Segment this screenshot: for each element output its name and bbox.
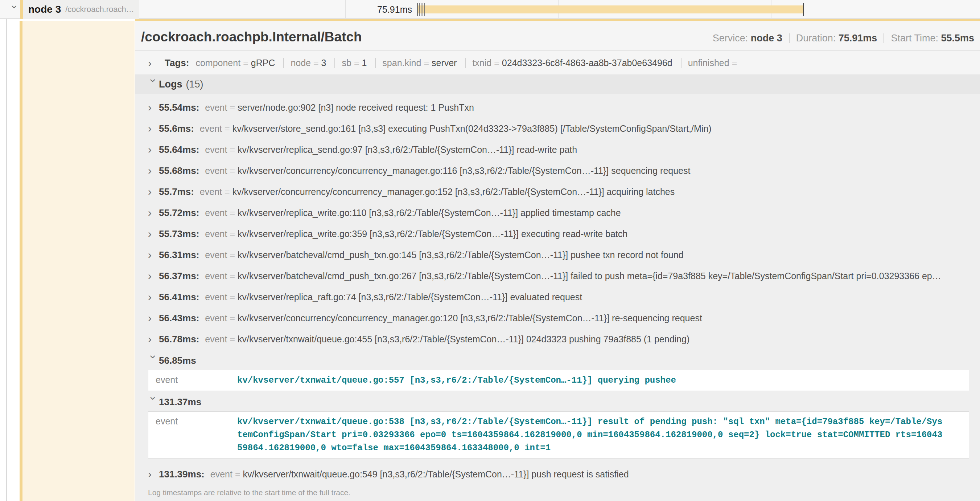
log-row[interactable]: › 55.6ms: event = kv/kvserver/store_send… <box>135 118 980 139</box>
chevron-right-icon: › <box>148 333 159 345</box>
log-field-key: event <box>205 229 227 239</box>
log-field-key: event <box>205 292 227 302</box>
log-row[interactable]: › 55.54ms: event = server/node.go:902 [n… <box>135 97 980 118</box>
log-row[interactable]: › 55.72ms: event = kv/kvserver/replica_w… <box>135 202 980 223</box>
log-row[interactable]: › 56.41ms: event = kv/kvserver/replica_r… <box>135 286 980 308</box>
log-timestamp: 56.41ms: <box>159 292 199 303</box>
tag-value: 024d3323-6c8f-4863-aa8b-37ab0e63496d <box>502 58 673 68</box>
log-field-value: kv/kvserver/txnwait/queue.go:455 [n3,s3,… <box>237 334 689 345</box>
tag-value: server <box>432 58 457 68</box>
chevron-down-icon: › <box>148 396 159 407</box>
selected-span-name-column[interactable] <box>19 21 135 501</box>
chevron-right-icon: › <box>148 207 159 218</box>
log-field-value: kv/kvserver/txnwait/queue.go:557 [n3,s3,… <box>237 374 945 387</box>
logs-section-header[interactable]: › Logs (15) <box>135 74 980 94</box>
span-detail-header: /cockroach.roachpb.Internal/Batch Servic… <box>135 21 980 51</box>
log-timestamp: 55.73ms: <box>159 228 199 239</box>
equals-sign: = <box>229 334 235 345</box>
log-row[interactable]: › 131.39ms: event = kv/kvserver/txnwait/… <box>135 464 980 485</box>
bar-end-marker <box>803 3 804 16</box>
span-name-tab[interactable]: node 3 /cockroach.roach… <box>20 0 139 19</box>
equals-sign: = <box>732 58 737 68</box>
collapse-span-chevron-down-icon[interactable]: › <box>10 2 20 12</box>
log-row[interactable]: › 55.73ms: event = kv/kvserver/replica_w… <box>135 223 980 244</box>
log-timestamp: 56.78ms: <box>159 333 199 345</box>
chevron-right-icon: › <box>148 186 159 197</box>
span-operation-title: /cockroach.roachpb.Internal/Batch <box>141 29 362 45</box>
equals-sign: = <box>229 250 235 260</box>
log-row[interactable]: › 56.43ms: event = kv/kvserver/concurren… <box>135 308 980 329</box>
equals-sign: = <box>235 469 240 480</box>
chevron-right-icon: › <box>148 102 159 113</box>
span-meta: Service: node 3Duration: 75.91msStart Ti… <box>713 33 974 44</box>
tags-label: Tags: <box>165 57 189 69</box>
log-field-key: event <box>205 334 227 345</box>
equals-sign: = <box>229 102 235 113</box>
chevron-right-icon: › <box>148 469 159 480</box>
log-timestamp: 55.64ms: <box>159 144 199 155</box>
equals-sign: = <box>354 58 360 68</box>
log-timestamp: 55.68ms: <box>159 165 199 176</box>
log-field-value: server/node.go:902 [n3] node received re… <box>237 102 474 113</box>
log-row[interactable]: › 55.7ms: event = kv/kvserver/concurrenc… <box>135 181 980 202</box>
log-field-key: event <box>205 271 227 281</box>
log-timestamp: 55.54ms: <box>159 102 199 113</box>
equals-sign: = <box>229 229 235 239</box>
log-row[interactable]: › 55.64ms: event = kv/kvserver/replica_s… <box>135 139 980 160</box>
tags-section[interactable]: › Tags: component=gRPC node=3 sb=1 span.… <box>135 51 980 74</box>
tag-key: unfinished <box>688 58 729 68</box>
chevron-right-icon: › <box>148 249 159 260</box>
equals-sign: = <box>313 58 319 68</box>
log-field-value: kv/kvserver/store_send.go:161 [n3,s3] ex… <box>232 123 712 134</box>
log-timestamp: 56.31ms: <box>159 249 199 261</box>
log-timestamp: 56.37ms: <box>159 270 199 282</box>
tag-item: node=3 <box>283 58 326 68</box>
log-field-key: event <box>205 166 227 176</box>
log-row[interactable]: › 56.78ms: event = kv/kvserver/txnwait/q… <box>135 329 980 349</box>
span-detail-panel: /cockroach.roachpb.Internal/Batch Servic… <box>135 19 980 496</box>
log-field-value: kv/kvserver/concurrency/concurrency_mana… <box>237 166 690 176</box>
tag-key: txnid <box>472 58 492 68</box>
equals-sign: = <box>229 207 235 218</box>
log-field-value: kv/kvserver/batcheval/cmd_push_txn.go:26… <box>237 271 941 281</box>
equals-sign: = <box>494 58 500 68</box>
chevron-down-icon: › <box>148 355 159 366</box>
tag-item: txnid=024d3323-6c8f-4863-aa8b-37ab0e6349… <box>465 58 672 68</box>
tag-key: node <box>291 58 311 68</box>
service-value: node 3 <box>751 33 782 43</box>
tag-value: 3 <box>321 58 326 68</box>
log-field-key: event <box>200 187 222 197</box>
chevron-right-icon: › <box>148 165 159 176</box>
span-accent-stripe <box>19 21 22 501</box>
chevron-right-icon: › <box>148 270 159 281</box>
log-row[interactable]: › 55.68ms: event = kv/kvserver/concurren… <box>135 160 980 181</box>
log-entry-expanded-header[interactable]: › 131.37ms <box>135 394 980 410</box>
tag-item: span.kind=server <box>375 58 457 68</box>
tag-value: gRPC <box>251 58 275 68</box>
tags-list: component=gRPC node=3 sb=1 span.kind=ser… <box>196 58 740 68</box>
chevron-right-icon: › <box>148 313 159 324</box>
chevron-right-icon: › <box>148 123 159 134</box>
log-entry-expanded-header[interactable]: › 56.85ms <box>135 353 980 369</box>
log-entry-expanded: › 56.85ms event kv/kvserver/txnwait/queu… <box>135 353 980 391</box>
log-field-key: event <box>210 469 232 480</box>
chevron-right-icon: › <box>148 292 159 302</box>
log-row[interactable]: › 56.31ms: event = kv/kvserver/batcheval… <box>135 244 980 265</box>
log-field-value: kv/kvserver/concurrency/concurrency_mana… <box>232 187 675 197</box>
logs-list: › 55.54ms: event = server/node.go:902 [n… <box>135 94 980 485</box>
log-field-key: event <box>205 313 227 324</box>
span-row-header: › node 3 /cockroach.roach… 75.91ms <box>0 0 980 19</box>
log-timestamp: 131.37ms <box>159 396 201 408</box>
equals-sign: = <box>229 166 235 176</box>
log-field-key: event <box>205 207 227 218</box>
bar-hatch-tick <box>423 3 423 16</box>
span-duration-bar[interactable] <box>417 5 804 13</box>
tag-value: 1 <box>362 58 367 68</box>
log-row[interactable]: › 56.37ms: event = kv/kvserver/batcheval… <box>135 265 980 286</box>
meta-divider <box>883 34 884 43</box>
meta-divider <box>789 34 789 43</box>
equals-sign: = <box>229 271 235 281</box>
duration-label: Duration: <box>796 33 836 43</box>
equals-sign: = <box>424 58 429 68</box>
equals-sign: = <box>243 58 248 68</box>
